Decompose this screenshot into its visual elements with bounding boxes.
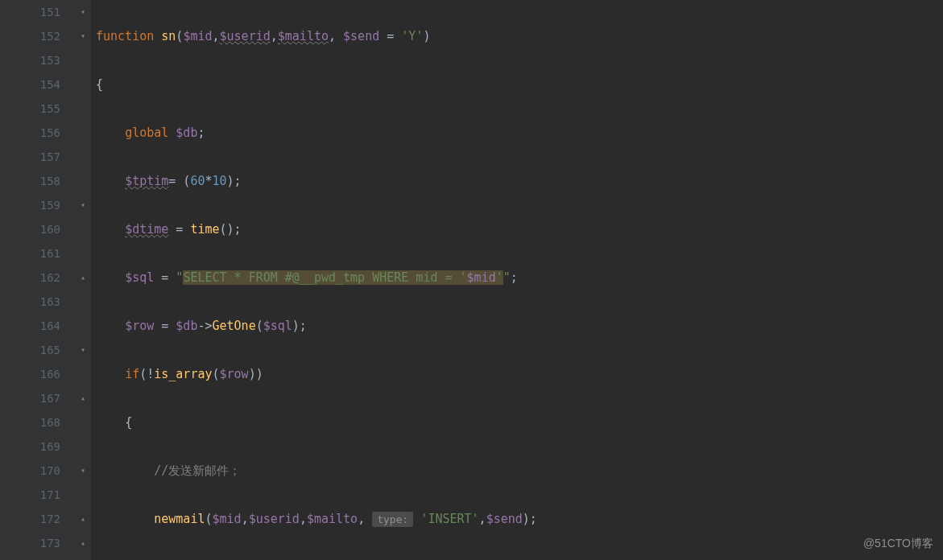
line-number: 161 xyxy=(14,241,60,266)
fold-icon[interactable]: ▾ xyxy=(78,7,88,17)
left-margin xyxy=(0,0,8,560)
code-line: } xyxy=(96,555,943,560)
line-number: 166 xyxy=(14,362,60,386)
code-line: $sql = "SELECT * FROM #@__pwd_tmp WHERE … xyxy=(96,266,943,290)
line-number: 168 xyxy=(14,410,60,434)
code-line: function sn($mid,$userid,$mailto, $send … xyxy=(96,24,943,48)
line-number: 165 xyxy=(14,338,60,362)
code-line: { xyxy=(96,410,943,434)
code-line: //发送新邮件； xyxy=(96,459,943,483)
line-number: 159 xyxy=(14,193,60,217)
fold-icon[interactable]: ▴ xyxy=(78,273,88,282)
line-number: 169 xyxy=(14,434,60,459)
line-number: 167 xyxy=(14,386,60,410)
line-number: 171 xyxy=(14,483,60,507)
line-number: 152 xyxy=(14,24,60,48)
line-number: 153 xyxy=(14,48,60,72)
line-number: 172 xyxy=(14,507,60,531)
fold-icon[interactable]: ▾ xyxy=(78,466,88,476)
code-line: global $db; xyxy=(96,121,943,145)
line-number-gutter: 151 152 153 154 155 156 157 158 159 160 … xyxy=(8,0,77,560)
fold-icon[interactable]: ▴ xyxy=(78,538,88,548)
line-number: 151 xyxy=(14,0,60,24)
line-number: 154 xyxy=(14,72,60,97)
watermark: @51CTO博客 xyxy=(863,531,933,555)
fold-icon[interactable]: ▴ xyxy=(78,514,88,524)
code-area[interactable]: function sn($mid,$userid,$mailto, $send … xyxy=(91,0,943,560)
code-line: $row = $db->GetOne($sql); xyxy=(96,314,943,338)
code-editor[interactable]: 151 152 153 154 155 156 157 158 159 160 … xyxy=(0,0,943,560)
line-number: 158 xyxy=(14,169,60,193)
code-line: newmail($mid,$userid,$mailto, type: 'INS… xyxy=(96,507,943,531)
fold-icon[interactable]: ▴ xyxy=(78,393,88,403)
code-line: $dtime = time(); xyxy=(96,217,943,241)
fold-gutter: ▾ ▾ ▾ ▴ ▾ ▴ ▾ ▴ ▴ xyxy=(77,0,91,560)
line-number: 155 xyxy=(14,97,60,121)
line-number: 173 xyxy=(14,531,60,555)
code-line: $tptim= (60*10); xyxy=(96,169,943,193)
fold-icon[interactable]: ▾ xyxy=(78,345,88,355)
code-line: { xyxy=(96,72,943,97)
line-number: 162 xyxy=(14,266,60,290)
line-number: 160 xyxy=(14,217,60,241)
line-number: 156 xyxy=(14,121,60,145)
line-number: 164 xyxy=(14,314,60,338)
code-line: if(!is_array($row)) xyxy=(96,362,943,386)
line-number: 157 xyxy=(14,145,60,169)
line-number: 170 xyxy=(14,459,60,483)
line-number: 163 xyxy=(14,290,60,314)
fold-icon[interactable]: ▾ xyxy=(78,31,88,41)
fold-icon[interactable]: ▾ xyxy=(78,200,88,210)
